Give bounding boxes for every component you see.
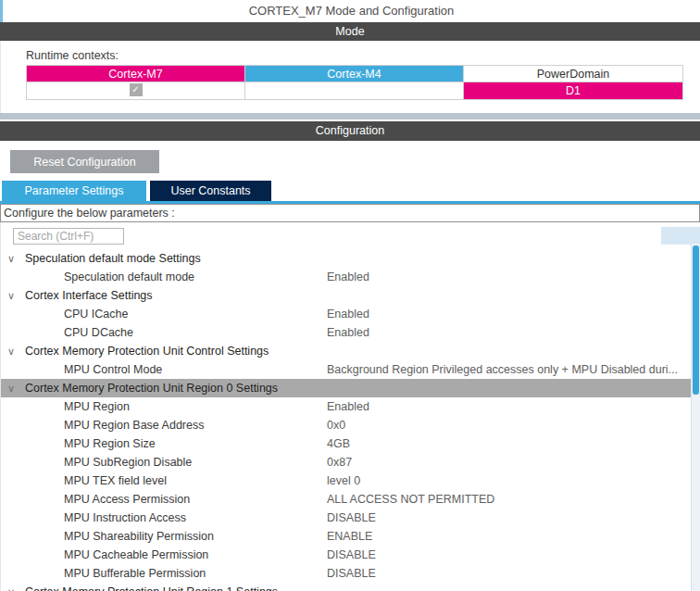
param-value[interactable]: Enabled (327, 323, 686, 342)
param-value[interactable]: Enabled (327, 305, 686, 323)
tree-param-row[interactable]: MPU Access PermissionALL ACCESS NOT PERM… (1, 490, 692, 509)
reset-configuration-button[interactable]: Reset Configuration (10, 150, 159, 173)
chevron-down-icon[interactable]: ∨ (7, 342, 15, 360)
param-label: Speculation default mode (64, 268, 194, 286)
parameter-settings-panel: ∨Speculation default mode SettingsSpecul… (0, 222, 700, 591)
param-value[interactable]: Background Region Privileged accesses on… (327, 360, 686, 379)
runtime-context-cortex-m4[interactable]: Cortex-M4 (245, 66, 464, 82)
tree-param-row[interactable]: CPU DCacheEnabled (1, 323, 692, 342)
chevron-down-icon[interactable]: ∨ (7, 583, 15, 591)
tree-param-row[interactable]: MPU Bufferable PermissionDISABLE (1, 564, 692, 583)
param-label: MPU Region (64, 397, 130, 416)
page-title: CORTEX_M7 Mode and Configuration (0, 0, 700, 22)
cortex-m7-assignment-cell[interactable]: ✓ (27, 82, 245, 99)
param-value[interactable]: 0x0 (327, 416, 686, 434)
search-input[interactable] (13, 228, 124, 245)
tree-group-row[interactable]: ∨Speculation default mode Settings (1, 249, 692, 268)
tree-group-row[interactable]: ∨Cortex Interface Settings (1, 286, 692, 305)
parameter-tree: ∨Speculation default mode SettingsSpecul… (1, 249, 692, 591)
scrollbar[interactable] (691, 244, 700, 591)
tree-group-row[interactable]: ∨Cortex Memory Protection Unit Region 0 … (1, 379, 692, 397)
runtime-contexts-table: Cortex-M7 Cortex-M4 PowerDomain ✓ D1 (26, 65, 683, 100)
runtime-contexts-label: Runtime contexts: (26, 49, 119, 62)
cortex-m7-mode-config-panel: CORTEX_M7 Mode and Configuration Mode Ru… (0, 0, 700, 591)
param-label: MPU Access Permission (64, 490, 190, 509)
tree-param-row[interactable]: MPU TEX field levellevel 0 (1, 472, 692, 490)
chevron-down-icon[interactable]: ∨ (7, 249, 15, 268)
group-label: Cortex Memory Protection Unit Region 1 S… (25, 583, 278, 591)
param-label: MPU Control Mode (64, 360, 162, 379)
param-value[interactable]: Enabled (327, 268, 686, 286)
tree-param-row[interactable]: MPU Cacheable PermissionDISABLE (1, 546, 692, 564)
tree-param-row[interactable]: CPU ICacheEnabled (1, 305, 692, 323)
tree-param-row[interactable]: MPU RegionEnabled (1, 397, 692, 416)
mode-section-body: Runtime contexts: Cortex-M7 Cortex-M4 Po… (0, 41, 700, 113)
group-label: Cortex Interface Settings (25, 286, 153, 305)
param-value[interactable]: 4GB (327, 434, 686, 453)
chevron-down-icon[interactable]: ∨ (7, 286, 15, 305)
mode-section-header: Mode (0, 22, 700, 41)
param-label: MPU Region Size (64, 434, 156, 453)
tree-param-row[interactable]: MPU Instruction AccessDISABLE (1, 509, 692, 527)
configure-parameters-hint: Configure the below parameters : (0, 204, 700, 222)
param-value[interactable]: 0x87 (327, 453, 686, 472)
checked-checkbox-icon[interactable]: ✓ (130, 83, 143, 96)
param-value[interactable]: level 0 (327, 472, 686, 490)
param-value[interactable]: DISABLE (327, 509, 686, 527)
tree-param-row[interactable]: Speculation default modeEnabled (1, 268, 692, 286)
section-splitter[interactable] (0, 113, 700, 119)
top-right-button[interactable] (661, 227, 700, 245)
group-label: Cortex Memory Protection Unit Control Se… (25, 342, 269, 360)
power-domain-d1-cell[interactable]: D1 (464, 82, 682, 99)
runtime-context-powerdomain: PowerDomain (464, 66, 682, 82)
param-label: CPU ICache (64, 305, 128, 323)
configuration-tabs: Parameter Settings User Constants (2, 181, 271, 201)
tree-group-row[interactable]: ∨Cortex Memory Protection Unit Control S… (1, 342, 692, 360)
param-value[interactable]: DISABLE (327, 546, 686, 564)
tab-parameter-settings[interactable]: Parameter Settings (2, 181, 146, 201)
tree-group-row[interactable]: ∨Cortex Memory Protection Unit Region 1 … (1, 583, 692, 591)
group-label: Cortex Memory Protection Unit Region 0 S… (25, 379, 278, 397)
tree-param-row[interactable]: MPU Control ModeBackground Region Privil… (1, 360, 692, 379)
cortex-m4-assignment-cell[interactable] (245, 82, 464, 99)
param-label: MPU Bufferable Permission (64, 564, 206, 583)
scrollbar-thumb[interactable] (693, 245, 699, 395)
param-label: MPU SubRegion Disable (64, 453, 192, 472)
tree-param-row[interactable]: MPU SubRegion Disable0x87 (1, 453, 692, 472)
tree-param-row[interactable]: MPU Region Size4GB (1, 434, 692, 453)
param-label: MPU Cacheable Permission (64, 546, 208, 564)
param-label: MPU Instruction Access (64, 509, 186, 527)
param-label: MPU Shareability Permission (64, 527, 214, 546)
param-label: MPU TEX field level (64, 472, 167, 490)
group-label: Speculation default mode Settings (25, 249, 201, 268)
runtime-context-cortex-m7[interactable]: Cortex-M7 (27, 66, 245, 82)
tree-param-row[interactable]: MPU Region Base Address0x0 (1, 416, 692, 434)
param-value[interactable]: Enabled (327, 397, 686, 416)
tab-user-constants[interactable]: User Constants (150, 181, 271, 201)
param-value[interactable]: ALL ACCESS NOT PERMITTED (327, 490, 686, 509)
param-label: MPU Region Base Address (64, 416, 204, 434)
configuration-section-header: Configuration (0, 121, 700, 141)
tree-param-row[interactable]: MPU Shareability PermissionENABLE (1, 527, 692, 546)
chevron-down-icon[interactable]: ∨ (7, 379, 15, 397)
param-label: CPU DCache (64, 323, 133, 342)
param-value[interactable]: DISABLE (327, 564, 686, 583)
param-value[interactable]: ENABLE (327, 527, 686, 546)
